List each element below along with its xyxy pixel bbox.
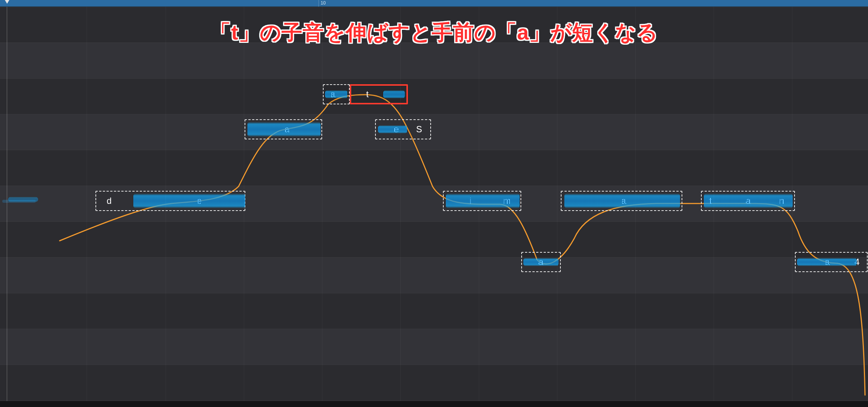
note-segment[interactable]: a	[245, 119, 322, 139]
note-segment[interactable]: t	[350, 84, 408, 104]
pitch-lane[interactable]	[0, 78, 868, 114]
horizontal-scrollbar[interactable]	[0, 401, 868, 407]
waveform	[704, 193, 793, 208]
pitch-lane[interactable]	[0, 150, 868, 186]
pitch-lane[interactable]	[0, 257, 868, 293]
ruler-tick-label: 10	[321, 0, 326, 6]
beat-gridline	[87, 7, 87, 401]
phoneme-label: S	[416, 124, 422, 135]
waveform	[564, 193, 680, 208]
waveform-prelude	[8, 197, 38, 202]
beat-gridline	[7, 7, 8, 401]
waveform	[383, 90, 405, 98]
pitch-lane[interactable]	[0, 293, 868, 329]
note-segment[interactable]: a4	[795, 252, 868, 272]
note-segment[interactable]: a	[323, 84, 350, 104]
note-segment[interactable]: im	[443, 191, 521, 211]
phoneme-label: t	[366, 89, 369, 100]
note-segment[interactable]: tan	[701, 191, 795, 211]
ruler-tick	[318, 0, 319, 7]
waveform	[325, 90, 347, 98]
waveform	[133, 193, 245, 208]
waveform	[378, 125, 407, 133]
pitch-lane[interactable]	[0, 7, 868, 42]
playhead-marker[interactable]	[5, 0, 9, 4]
pitch-lane[interactable]	[0, 365, 868, 400]
waveform	[446, 193, 520, 208]
note-segment[interactable]: a	[521, 252, 561, 272]
beat-gridline	[557, 7, 557, 401]
waveform	[797, 258, 857, 266]
timeline-ruler[interactable]: 10	[0, 0, 868, 7]
beat-gridline	[400, 7, 401, 401]
note-segment[interactable]: eS	[375, 119, 431, 139]
pitch-lane[interactable]	[0, 42, 868, 78]
waveform	[248, 122, 321, 137]
pitch-lane[interactable]	[0, 329, 868, 365]
note-segment[interactable]: a	[561, 191, 682, 211]
playhead-line	[7, 0, 7, 407]
pitch-lane[interactable]	[0, 221, 868, 257]
beat-gridline	[322, 7, 323, 401]
note-segment[interactable]: de	[95, 191, 245, 211]
pitch-lane[interactable]	[0, 114, 868, 150]
phoneme-label: d	[107, 196, 111, 206]
waveform	[523, 258, 559, 266]
